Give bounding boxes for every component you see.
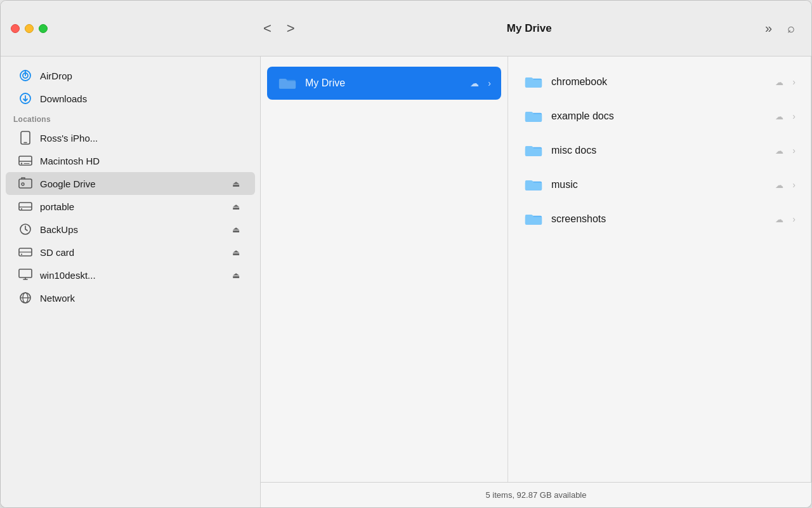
win10deskt-eject[interactable]: ⏏ [230,269,242,281]
sidebar-item-google-drive[interactable]: Google Drive ⏏ [6,172,255,195]
more-views-button[interactable]: » [759,17,778,39]
svg-point-9 [21,163,22,164]
pane-item-misc-docs[interactable]: misc docs ☁ › [513,134,806,167]
backups-label: BackUps [40,224,222,235]
monitor-icon [18,268,32,282]
sidebar-item-win10deskt[interactable]: win10deskt... ⏏ [6,264,255,286]
pane-item-chromebook[interactable]: chromebook ☁ › [513,65,806,98]
my-drive-cloud-icon: ☁ [470,78,479,88]
content-wrapper: My Drive ☁ › [261,57,811,507]
example-docs-name: example docs [551,110,768,122]
sidebar-item-sd-card[interactable]: SD card ⏏ [6,241,255,264]
sdcard-eject[interactable]: ⏏ [230,246,242,258]
forward-button[interactable]: > [282,19,300,38]
titlebar: < > My Drive » ⌕ [1,1,811,57]
pane-2: chromebook ☁ › example docs [508,57,811,482]
sidebar-item-network[interactable]: Network [6,286,255,309]
portable-label: portable [40,201,222,212]
my-drive-folder-icon [277,73,298,93]
chromebook-cloud-icon: ☁ [775,77,783,87]
pane-item-my-drive[interactable]: My Drive ☁ › [267,67,501,100]
sidebar-item-backups[interactable]: BackUps ⏏ [6,218,255,241]
my-drive-name: My Drive [305,77,462,89]
misc-docs-folder-icon [523,140,544,161]
main-area: AirDrop Downloads Locations [1,57,811,507]
maximize-button[interactable] [39,24,48,33]
google-drive-eject[interactable]: ⏏ [230,178,242,190]
misc-docs-cloud-icon: ☁ [775,146,783,156]
svg-point-12 [22,183,24,185]
music-folder-icon [523,175,544,195]
chromebook-chevron: › [792,77,796,87]
svg-point-15 [21,208,22,210]
sidebar-item-iphone[interactable]: Ross's iPho... [6,126,255,149]
titlebar-nav: < > My Drive » ⌕ [258,17,801,39]
screenshots-cloud-icon: ☁ [775,215,783,224]
gdrive-icon [18,177,32,190]
titlebar-actions: » ⌕ [759,17,801,39]
traffic-lights [11,24,246,33]
sidebar-item-portable[interactable]: portable ⏏ [6,195,255,218]
iphone-label: Ross's iPho... [40,133,242,144]
sidebar-item-macintosh-hd[interactable]: Macintosh HD [6,149,255,172]
screenshots-chevron: › [792,214,796,224]
svg-point-19 [21,253,22,255]
backups-eject[interactable]: ⏏ [230,224,242,236]
minimize-button[interactable] [25,24,34,33]
phone-icon [18,131,32,145]
close-button[interactable] [11,24,20,33]
finder-window: < > My Drive » ⌕ [0,0,812,508]
chromebook-folder-icon [523,72,544,92]
music-chevron: › [792,180,796,190]
chromebook-name: chromebook [551,76,768,88]
back-button[interactable]: < [258,19,277,38]
harddrive-icon [18,154,32,168]
svg-rect-20 [19,269,32,277]
svg-rect-11 [19,179,32,188]
pane-item-example-docs[interactable]: example docs ☁ › [513,100,806,133]
airdrop-label: AirDrop [40,70,242,81]
misc-docs-name: misc docs [551,145,768,156]
sd-card-label: SD card [40,247,222,258]
airdrop-icon [18,69,32,83]
music-name: music [551,179,768,190]
pane-item-screenshots[interactable]: screenshots ☁ › [513,203,806,236]
macintosh-hd-label: Macintosh HD [40,156,242,166]
downloads-label: Downloads [40,93,242,104]
screenshots-folder-icon [523,209,544,229]
downloads-icon [18,91,32,105]
timemachine-icon [18,222,32,236]
pane-1-inner[interactable]: My Drive ☁ › [261,57,508,482]
pane-1: My Drive ☁ › [261,57,508,482]
screenshots-name: screenshots [551,213,768,225]
portable-icon [18,199,32,213]
statusbar: 5 items, 92.87 GB available [261,482,811,507]
google-drive-label: Google Drive [40,178,222,189]
sidebar-scroll[interactable]: AirDrop Downloads Locations [1,57,260,507]
window-title: My Drive [305,22,754,35]
pane-item-music[interactable]: music ☁ › [513,168,806,201]
example-docs-chevron: › [792,111,796,121]
example-docs-cloud-icon: ☁ [775,112,783,121]
sidebar: AirDrop Downloads Locations [1,57,261,507]
pane-2-inner[interactable]: chromebook ☁ › example docs [508,57,811,482]
music-cloud-icon: ☁ [775,180,783,190]
my-drive-chevron: › [488,78,491,88]
sidebar-item-downloads[interactable]: Downloads [6,87,255,110]
status-text: 5 items, 92.87 GB available [486,490,587,500]
sdcard-icon [18,245,32,259]
sidebar-spacer [11,24,258,33]
network-icon [18,291,32,305]
locations-label: Locations [1,110,260,126]
example-docs-folder-icon [523,106,544,126]
portable-eject[interactable]: ⏏ [230,201,242,213]
sidebar-item-airdrop[interactable]: AirDrop [6,64,255,87]
network-label: Network [40,293,242,304]
win10deskt-label: win10deskt... [40,270,222,281]
misc-docs-chevron: › [792,145,796,156]
search-button[interactable]: ⌕ [781,17,801,39]
panes-container: My Drive ☁ › [261,57,811,482]
